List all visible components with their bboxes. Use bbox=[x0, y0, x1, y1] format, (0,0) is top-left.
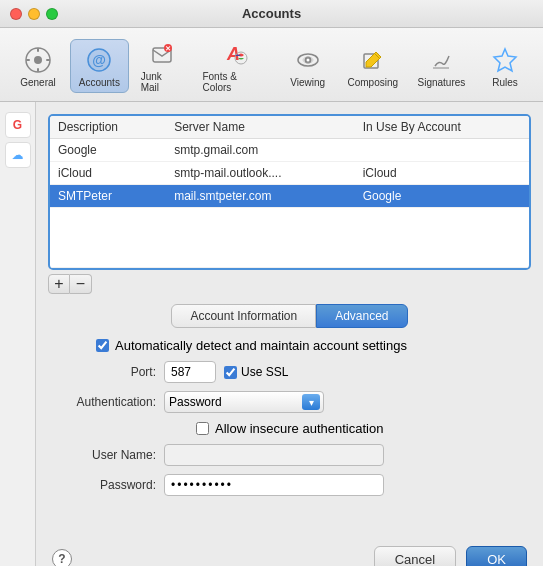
composing-icon bbox=[357, 44, 389, 76]
title-bar: Accounts bbox=[0, 0, 543, 28]
use-ssl-label: Use SSL bbox=[241, 365, 288, 379]
svg-rect-2 bbox=[37, 48, 39, 52]
tab-account-info[interactable]: Account Information bbox=[171, 304, 316, 328]
svg-rect-4 bbox=[26, 59, 30, 61]
toolbar: General @ Accounts ✕ Junk Mail A bbox=[0, 28, 543, 102]
remove-server-button[interactable]: − bbox=[70, 274, 92, 294]
sidebar-account-icloud[interactable]: ☁ bbox=[5, 142, 31, 168]
auth-row: Authentication: Password None MD5 Challe… bbox=[56, 391, 523, 413]
row-description: iCloud bbox=[50, 162, 166, 185]
insecure-auth-label: Allow insecure authentication bbox=[215, 421, 383, 436]
tab-container: Account Information Advanced bbox=[48, 304, 531, 328]
ssl-check: Use SSL bbox=[224, 365, 288, 379]
username-label: User Name: bbox=[56, 448, 156, 462]
auto-detect-checkbox[interactable] bbox=[96, 339, 109, 352]
accounts-label: Accounts bbox=[79, 77, 120, 88]
table-row[interactable]: iCloud smtp-mail.outlook.... iCloud bbox=[50, 162, 529, 185]
auth-select[interactable]: Password None MD5 Challenge-Response NTL… bbox=[164, 391, 324, 413]
junk-mail-label: Junk Mail bbox=[141, 71, 183, 93]
add-server-button[interactable]: + bbox=[48, 274, 70, 294]
general-icon bbox=[22, 44, 54, 76]
sidebar-account-google[interactable]: G bbox=[5, 112, 31, 138]
port-row: Port: Use SSL bbox=[56, 361, 523, 383]
viewing-label: Viewing bbox=[290, 77, 325, 88]
signatures-icon bbox=[425, 44, 457, 76]
row-in-use: Google bbox=[355, 185, 529, 208]
toolbar-item-signatures[interactable]: Signatures bbox=[410, 40, 473, 92]
password-row: Password: bbox=[56, 474, 523, 496]
signatures-label: Signatures bbox=[417, 77, 465, 88]
username-input[interactable] bbox=[164, 444, 384, 466]
server-table: Description Server Name In Use By Accoun… bbox=[50, 116, 529, 268]
fonts-colors-icon: A bbox=[219, 38, 251, 70]
auth-select-wrapper: Password None MD5 Challenge-Response NTL… bbox=[164, 391, 324, 413]
bottom-controls: ? Cancel OK bbox=[36, 546, 543, 566]
port-input[interactable] bbox=[164, 361, 216, 383]
toolbar-item-fonts-colors[interactable]: A Fonts & Colors bbox=[194, 34, 275, 97]
table-row-selected[interactable]: SMTPeter mail.smtpeter.com Google bbox=[50, 185, 529, 208]
row-server: smtp.gmail.com bbox=[166, 139, 355, 162]
use-ssl-checkbox[interactable] bbox=[224, 366, 237, 379]
window-title: Accounts bbox=[242, 6, 301, 21]
viewing-icon bbox=[292, 44, 324, 76]
content-area: Description Server Name In Use By Accoun… bbox=[36, 102, 543, 566]
close-button[interactable] bbox=[10, 8, 22, 20]
col-server-name: Server Name bbox=[166, 116, 355, 139]
col-description: Description bbox=[50, 116, 166, 139]
insecure-auth-checkbox[interactable] bbox=[196, 422, 209, 435]
toolbar-item-general[interactable]: General bbox=[10, 40, 66, 92]
fonts-colors-label: Fonts & Colors bbox=[202, 71, 267, 93]
svg-marker-21 bbox=[494, 49, 516, 71]
svg-rect-5 bbox=[46, 59, 50, 61]
toolbar-item-composing[interactable]: Composing bbox=[340, 40, 406, 92]
password-label: Password: bbox=[56, 478, 156, 492]
composing-label: Composing bbox=[347, 77, 398, 88]
port-label: Port: bbox=[56, 365, 156, 379]
dialog-buttons: Cancel OK bbox=[374, 546, 527, 566]
settings-form: Automatically detect and maintain accoun… bbox=[48, 338, 531, 496]
row-description: Google bbox=[50, 139, 166, 162]
row-in-use bbox=[355, 139, 529, 162]
svg-rect-3 bbox=[37, 68, 39, 72]
main-content: G ☁ Description Server Name In Use By Ac… bbox=[0, 102, 543, 566]
username-row: User Name: bbox=[56, 444, 523, 466]
sidebar: G ☁ bbox=[0, 102, 36, 566]
svg-point-16 bbox=[306, 58, 309, 61]
svg-text:✕: ✕ bbox=[165, 45, 171, 52]
table-row[interactable]: Google smtp.gmail.com bbox=[50, 139, 529, 162]
svg-point-1 bbox=[34, 56, 42, 64]
toolbar-item-rules[interactable]: Rules bbox=[477, 40, 533, 92]
auto-detect-label: Automatically detect and maintain accoun… bbox=[115, 338, 407, 353]
password-input[interactable] bbox=[164, 474, 384, 496]
server-table-wrapper: Description Server Name In Use By Accoun… bbox=[48, 114, 531, 270]
tab-advanced[interactable]: Advanced bbox=[316, 304, 407, 328]
row-in-use: iCloud bbox=[355, 162, 529, 185]
insecure-row: Allow insecure authentication bbox=[56, 421, 523, 436]
toolbar-item-junk-mail[interactable]: ✕ Junk Mail bbox=[133, 34, 191, 97]
rules-label: Rules bbox=[492, 77, 518, 88]
row-server: mail.smtpeter.com bbox=[166, 185, 355, 208]
rules-icon bbox=[489, 44, 521, 76]
ok-button[interactable]: OK bbox=[466, 546, 527, 566]
help-button[interactable]: ? bbox=[52, 549, 72, 566]
table-controls: + − bbox=[48, 274, 531, 294]
accounts-icon: @ bbox=[83, 44, 115, 76]
toolbar-item-viewing[interactable]: Viewing bbox=[280, 40, 336, 92]
col-in-use: In Use By Account bbox=[355, 116, 529, 139]
svg-text:@: @ bbox=[93, 52, 107, 68]
minimize-button[interactable] bbox=[28, 8, 40, 20]
svg-text:A: A bbox=[226, 44, 240, 64]
auth-label: Authentication: bbox=[56, 395, 156, 409]
general-label: General bbox=[20, 77, 56, 88]
row-description: SMTPeter bbox=[50, 185, 166, 208]
row-server: smtp-mail.outlook.... bbox=[166, 162, 355, 185]
window-controls[interactable] bbox=[10, 8, 58, 20]
toolbar-item-accounts[interactable]: @ Accounts bbox=[70, 39, 129, 93]
auto-detect-row: Automatically detect and maintain accoun… bbox=[56, 338, 523, 353]
maximize-button[interactable] bbox=[46, 8, 58, 20]
cancel-button[interactable]: Cancel bbox=[374, 546, 456, 566]
junk-mail-icon: ✕ bbox=[146, 38, 178, 70]
